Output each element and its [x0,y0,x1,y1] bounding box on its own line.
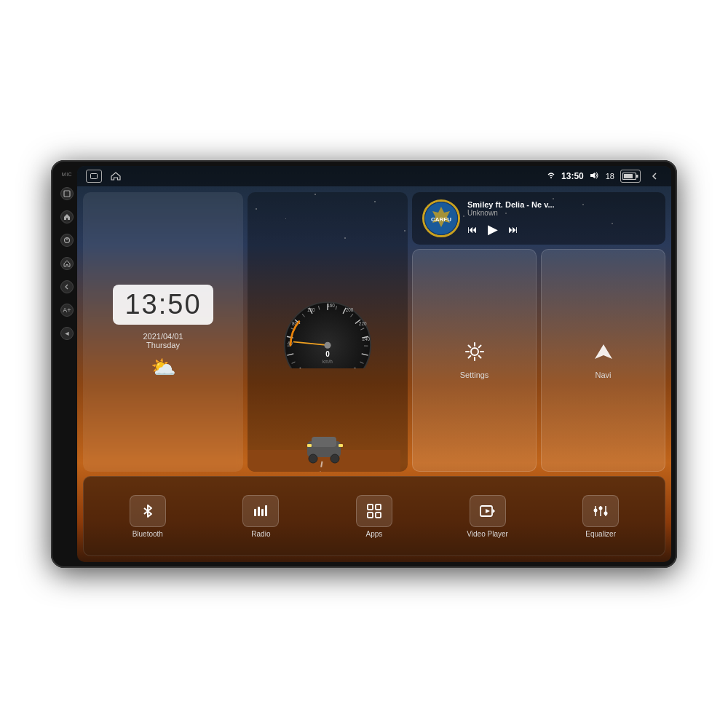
bluetooth-item[interactable]: Bluetooth [91,495,205,538]
svg-marker-6 [111,173,120,180]
video-player-icon [480,503,496,519]
music-controls: ⏮ ▶ ⏭ [467,221,655,237]
back-button[interactable] [60,280,74,293]
equalizer-icon-wrap [582,495,619,527]
radio-label: Radio [251,530,270,538]
svg-marker-56 [595,344,612,359]
speedometer-gauge: 40 80 120 160 200 220 240 0 km/h [269,296,386,368]
car-head-unit: MIC A+ ◄ [51,160,677,568]
track-title: Smiley ft. Delia - Ne v... [467,200,655,209]
vol-down-button[interactable]: ◄ [60,327,74,340]
next-button[interactable]: ⏭ [508,223,518,235]
svg-point-73 [604,511,608,515]
settings-tile[interactable]: Settings [412,249,537,472]
back-nav[interactable] [646,170,662,183]
svg-rect-63 [368,513,373,518]
svg-point-41 [324,342,331,349]
video-player-label: Video Player [467,530,508,538]
side-button-panel: MIC A+ ◄ [57,166,77,562]
svg-marker-66 [493,509,495,513]
status-time: 13:50 [561,171,584,181]
svg-rect-10 [624,174,633,178]
bluetooth-label: Bluetooth [132,530,163,538]
bluetooth-icon [140,503,156,519]
wifi-icon [547,172,555,181]
apps-icon [366,503,382,519]
svg-text:220: 220 [359,321,367,326]
prev-button[interactable]: ⏮ [467,223,478,235]
weather-icon: ⛅ [151,355,176,379]
equalizer-label: Equalizer [585,530,616,538]
volume-icon [590,172,600,181]
road-scene [248,428,400,472]
vol-up-button[interactable]: A+ [60,304,74,317]
svg-point-48 [309,454,317,463]
svg-text:CARFU: CARFU [431,216,451,223]
home-nav[interactable] [108,170,124,183]
svg-rect-9 [636,175,638,178]
svg-rect-5 [91,174,98,179]
navi-label: Navi [595,371,611,379]
svg-rect-58 [258,507,260,516]
svg-rect-64 [376,513,381,518]
settings-icon [464,341,485,366]
home2-button[interactable] [60,257,74,270]
svg-marker-67 [486,509,490,513]
apps-item[interactable]: Apps [317,495,431,538]
svg-marker-7 [590,173,595,178]
screen: 13:50 18 13:50 2021/04/01 [77,166,671,562]
carfu-logo: CARFU [424,202,458,235]
svg-text:120: 120 [307,307,315,312]
svg-text:160: 160 [327,303,335,308]
clock-display: 13:50 [113,285,213,325]
music-widget[interactable]: CARFU Smiley ft. Delia - Ne v... Unknown… [412,192,665,245]
settings-navi-row: Settings Navi [412,249,665,472]
clock-day: Thursday [146,341,180,349]
battery-icon [620,170,641,183]
status-indicators: 13:50 18 [547,170,662,183]
apps-label: Apps [366,530,383,538]
navi-tile[interactable]: Navi [541,249,665,472]
mic-label: MIC [62,172,72,177]
clock-widget[interactable]: 13:50 2021/04/01 Thursday ⛅ [83,192,243,472]
apps-icon-wrap [356,495,392,527]
equalizer-item[interactable]: Equalizer [544,495,657,538]
rst-button[interactable] [60,234,74,247]
clock-date: 2021/04/01 [143,332,183,341]
volume-level: 18 [606,172,614,181]
svg-point-49 [331,454,339,463]
svg-point-71 [599,506,603,510]
svg-rect-60 [265,505,267,516]
radio-icon [253,503,269,519]
bluetooth-icon-wrap [130,495,166,527]
svg-rect-0 [64,191,70,197]
svg-rect-50 [339,444,343,447]
album-art: CARFU [422,199,460,237]
recent-apps-nav[interactable] [86,170,102,183]
home-button[interactable] [60,210,74,223]
main-content: 13:50 2021/04/01 Thursday ⛅ [77,186,671,562]
equalizer-icon [593,503,609,519]
radio-item[interactable]: Radio [205,495,318,538]
bottom-bar: Bluetooth Radio [83,476,665,556]
svg-rect-51 [307,444,312,447]
status-nav-icons [86,170,124,183]
svg-text:240: 240 [362,336,370,341]
speed-widget: 40 80 120 160 200 220 240 0 km/h [248,192,408,472]
svg-point-55 [471,348,478,355]
track-artist: Unknown [467,209,655,217]
play-button[interactable]: ▶ [488,221,498,237]
svg-rect-61 [368,505,373,510]
svg-marker-4 [64,261,70,266]
recent-apps-button[interactable] [60,187,74,200]
svg-rect-62 [376,505,381,510]
settings-label: Settings [460,371,489,379]
radio-icon-wrap [242,495,279,527]
svg-text:0: 0 [325,350,330,358]
status-bar: 13:50 18 [77,166,671,186]
svg-marker-1 [64,214,70,220]
svg-point-69 [594,508,598,512]
video-player-item[interactable]: Video Player [431,495,545,538]
right-panel: CARFU Smiley ft. Delia - Ne v... Unknown… [412,192,665,472]
svg-rect-47 [312,437,336,447]
